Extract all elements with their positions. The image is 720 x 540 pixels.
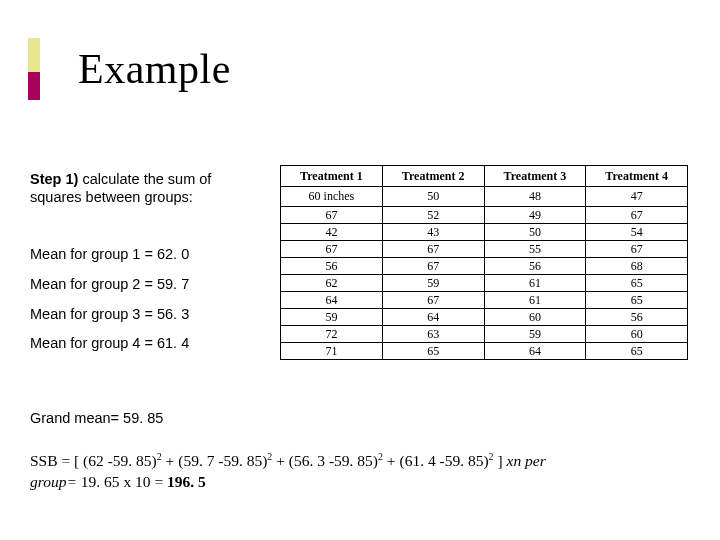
table-row: 72635960 xyxy=(281,326,688,343)
group-means-list: Mean for group 1 = 62. 0 Mean for group … xyxy=(30,240,255,359)
slide-title: Example xyxy=(78,45,231,93)
cell: 61 xyxy=(484,292,586,309)
mean-line: Mean for group 2 = 59. 7 xyxy=(30,270,255,300)
cell: 60 xyxy=(484,309,586,326)
mean-line: Mean for group 1 = 62. 0 xyxy=(30,240,255,270)
cell: 62 xyxy=(281,275,383,292)
ssb-formula: SSB = [ (62 -59. 85)2 + (59. 7 -59. 85)2… xyxy=(30,450,690,493)
col-header: Treatment 4 xyxy=(586,166,688,187)
cell: 61 xyxy=(484,275,586,292)
cell: 43 xyxy=(382,224,484,241)
cell: 71 xyxy=(281,343,383,360)
table-row: 59646056 xyxy=(281,309,688,326)
cell: 60 inches xyxy=(281,187,383,207)
cell: 56 xyxy=(586,309,688,326)
table-header-row: Treatment 1 Treatment 2 Treatment 3 Trea… xyxy=(281,166,688,187)
cell: 56 xyxy=(484,258,586,275)
data-table: Treatment 1 Treatment 2 Treatment 3 Trea… xyxy=(280,165,688,360)
cell: 67 xyxy=(382,258,484,275)
cell: 47 xyxy=(586,187,688,207)
cell: 59 xyxy=(382,275,484,292)
cell: 50 xyxy=(484,224,586,241)
cell: 64 xyxy=(484,343,586,360)
cell: 65 xyxy=(586,343,688,360)
cell: 48 xyxy=(484,187,586,207)
cell: 64 xyxy=(382,309,484,326)
cell: 72 xyxy=(281,326,383,343)
cell: 42 xyxy=(281,224,383,241)
cell: 49 xyxy=(484,207,586,224)
col-header: Treatment 1 xyxy=(281,166,383,187)
cell: 68 xyxy=(586,258,688,275)
table-row: 56675668 xyxy=(281,258,688,275)
step-label: Step 1) xyxy=(30,171,78,187)
cell: 67 xyxy=(281,207,383,224)
cell: 67 xyxy=(586,207,688,224)
cell: 65 xyxy=(382,343,484,360)
cell: 65 xyxy=(586,292,688,309)
mean-line: Mean for group 3 = 56. 3 xyxy=(30,300,255,330)
cell: 55 xyxy=(484,241,586,258)
table-row: 64676165 xyxy=(281,292,688,309)
grand-mean-line: Grand mean= 59. 85 xyxy=(30,410,163,426)
table-row: 67675567 xyxy=(281,241,688,258)
cell: 54 xyxy=(586,224,688,241)
title-area: Example xyxy=(28,38,231,100)
cell: 52 xyxy=(382,207,484,224)
cell: 64 xyxy=(281,292,383,309)
cell: 67 xyxy=(586,241,688,258)
cell: 65 xyxy=(586,275,688,292)
title-accent-bar xyxy=(28,38,40,100)
mean-line: Mean for group 4 = 61. 4 xyxy=(30,329,255,359)
col-header: Treatment 2 xyxy=(382,166,484,187)
table-row: 71656465 xyxy=(281,343,688,360)
table-row: 62596165 xyxy=(281,275,688,292)
left-text-column: Step 1) calculate the sum of squares bet… xyxy=(30,170,255,359)
cell: 67 xyxy=(382,292,484,309)
data-table-wrap: Treatment 1 Treatment 2 Treatment 3 Trea… xyxy=(280,165,688,360)
cell: 59 xyxy=(484,326,586,343)
table-row: 67524967 xyxy=(281,207,688,224)
col-header: Treatment 3 xyxy=(484,166,586,187)
cell: 63 xyxy=(382,326,484,343)
table-row: 42435054 xyxy=(281,224,688,241)
table-subheader-row: 60 inches 50 48 47 xyxy=(281,187,688,207)
cell: 67 xyxy=(281,241,383,258)
cell: 50 xyxy=(382,187,484,207)
cell: 60 xyxy=(586,326,688,343)
cell: 59 xyxy=(281,309,383,326)
cell: 56 xyxy=(281,258,383,275)
step-instruction: Step 1) calculate the sum of squares bet… xyxy=(30,170,255,206)
cell: 67 xyxy=(382,241,484,258)
